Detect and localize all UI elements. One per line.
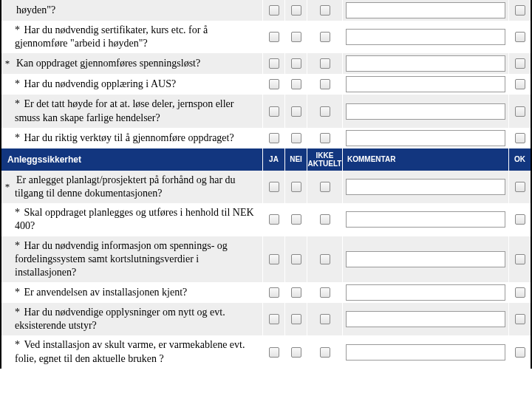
col-header-kommentar: KOMMENTAR [342, 148, 508, 171]
checkbox-ok[interactable] [515, 182, 525, 192]
cell-ok [508, 95, 531, 127]
checkbox-ikke-aktuelt[interactable] [320, 182, 330, 192]
checkbox-ikke-aktuelt[interactable] [320, 254, 330, 264]
cell-nei [284, 236, 307, 283]
checkbox-ikke-aktuelt[interactable] [320, 79, 330, 89]
checkbox-ja[interactable] [269, 5, 279, 16]
cell-nei [284, 95, 307, 127]
question-text: Er anlegget planlagt/prosjektert på forh… [13, 171, 262, 203]
checkbox-ja[interactable] [269, 314, 279, 324]
checkbox-nei[interactable] [291, 32, 301, 42]
question-label: Er det tatt høyde for at at. løse deler,… [15, 98, 234, 123]
checkbox-ikke-aktuelt[interactable] [320, 106, 330, 117]
checkbox-nei[interactable] [291, 106, 301, 117]
checkbox-ikke-aktuelt[interactable] [320, 347, 330, 358]
cell-ok [508, 53, 531, 74]
checkbox-ja[interactable] [269, 79, 279, 89]
checkbox-nei[interactable] [291, 182, 301, 192]
checkbox-ok[interactable] [515, 106, 525, 117]
checkbox-nei[interactable] [291, 287, 301, 298]
cell-kommentar [342, 282, 508, 303]
cell-ok [508, 236, 531, 283]
cell-ikke-aktuelt [307, 335, 342, 368]
checkbox-ok[interactable] [515, 214, 525, 225]
checkbox-ok[interactable] [515, 254, 525, 264]
checkbox-ok[interactable] [515, 58, 525, 69]
checkbox-ikke-aktuelt[interactable] [320, 5, 330, 16]
checkbox-ok[interactable] [515, 79, 525, 89]
kommentar-input[interactable] [346, 344, 505, 361]
checkbox-ja[interactable] [269, 347, 279, 358]
cell-ok [508, 335, 531, 368]
question-star-prefix: * [15, 24, 23, 35]
question-row: * Er det tatt høyde for at at. løse dele… [1, 95, 531, 127]
question-label: Er anvendelsen av installasjonen kjent? [24, 287, 188, 298]
kommentar-input[interactable] [346, 103, 505, 120]
checkbox-nei[interactable] [291, 347, 301, 358]
checkbox-nei[interactable] [291, 214, 301, 225]
question-star-prefix: * [15, 240, 23, 251]
checkbox-nei[interactable] [291, 5, 301, 16]
question-text: * Er det tatt høyde for at at. løse dele… [13, 95, 262, 127]
question-star-prefix: * [15, 287, 23, 298]
checkbox-ok[interactable] [515, 133, 525, 143]
kommentar-input[interactable] [346, 55, 505, 72]
cell-kommentar [342, 171, 508, 203]
question-text: * Har du nødvendig informasjon om spenni… [13, 236, 262, 283]
checkbox-ok[interactable] [515, 314, 525, 324]
kommentar-input[interactable] [346, 251, 505, 267]
cell-kommentar [342, 335, 508, 368]
question-row: * Har du nødvendig sertifikater, kurs et… [1, 21, 531, 53]
checkbox-nei[interactable] [291, 79, 301, 89]
question-label: Har du riktig verktøy til å gjennomføre … [24, 132, 234, 143]
cell-ja [262, 335, 284, 368]
cell-ja [262, 203, 284, 236]
question-label: Har du nødvendig sertifikater, kurs etc.… [15, 24, 208, 49]
checkbox-ok[interactable] [515, 5, 525, 16]
checkbox-ok[interactable] [515, 347, 525, 358]
checkbox-ja[interactable] [269, 214, 279, 225]
checkbox-nei[interactable] [291, 314, 301, 324]
kommentar-input[interactable] [346, 284, 505, 301]
question-label: Har du nødvendige opplysninger om nytt o… [15, 307, 225, 331]
checkbox-nei[interactable] [291, 58, 301, 69]
kommentar-input[interactable] [346, 29, 505, 45]
checkbox-nei[interactable] [291, 254, 301, 264]
kommentar-input[interactable] [346, 311, 505, 327]
checkbox-ja[interactable] [269, 32, 279, 42]
cell-ok [508, 203, 531, 236]
section-title: Anleggssikkerhet [1, 148, 262, 171]
checkbox-nei[interactable] [291, 133, 301, 143]
question-text: * Har du riktig verktøy til å gjennomfør… [13, 128, 262, 148]
checkbox-ja[interactable] [269, 254, 279, 264]
checkbox-ja[interactable] [269, 106, 279, 117]
cell-ok [508, 171, 531, 203]
checkbox-ja[interactable] [269, 58, 279, 69]
kommentar-input[interactable] [346, 2, 505, 18]
cell-ja [262, 53, 284, 74]
checkbox-ja[interactable] [269, 287, 279, 298]
cell-kommentar [342, 203, 508, 236]
cell-ikke-aktuelt [307, 303, 342, 335]
checkbox-ikke-aktuelt[interactable] [320, 32, 330, 42]
row-star-marker: * [1, 53, 13, 74]
question-text: * Ved installasjon av skult varme, er va… [13, 335, 262, 368]
checkbox-ikke-aktuelt[interactable] [320, 58, 330, 69]
checkbox-ok[interactable] [515, 287, 525, 298]
checkbox-ok[interactable] [515, 32, 525, 42]
kommentar-input[interactable] [346, 179, 505, 195]
checkbox-ikke-aktuelt[interactable] [320, 314, 330, 324]
kommentar-input[interactable] [346, 76, 505, 92]
question-label: Har du nødvendig informasjon om spenning… [15, 240, 228, 278]
kommentar-input[interactable] [346, 130, 505, 146]
checkbox-ja[interactable] [269, 133, 279, 143]
question-text: Kan oppdraget gjennomføres spenningsløst… [13, 53, 262, 74]
kommentar-input[interactable] [346, 211, 505, 228]
checkbox-ja[interactable] [269, 182, 279, 192]
cell-kommentar [342, 0, 508, 21]
checkbox-ikke-aktuelt[interactable] [320, 287, 330, 298]
cell-ja [262, 95, 284, 127]
checkbox-ikke-aktuelt[interactable] [320, 133, 330, 143]
checkbox-ikke-aktuelt[interactable] [320, 214, 330, 225]
row-star-marker [1, 95, 13, 127]
